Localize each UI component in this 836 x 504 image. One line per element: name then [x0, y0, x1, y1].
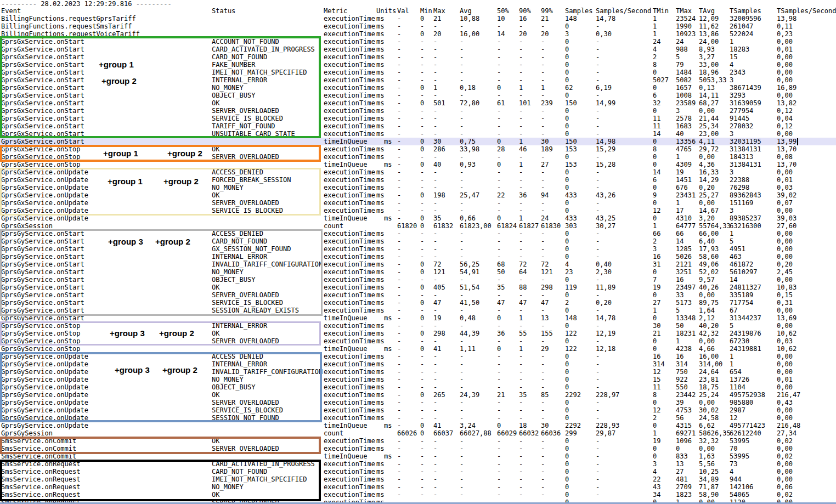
cell-p50: -	[497, 131, 501, 138]
cell-samples: 0	[565, 54, 569, 61]
cell-tmax: 5026	[676, 253, 692, 261]
cell-tsamples: 3	[730, 77, 733, 84]
cell-units: ms	[376, 392, 384, 399]
cell-units: ms	[376, 476, 384, 483]
cell-avg: -	[460, 253, 464, 261]
cell-min: -	[420, 253, 424, 261]
cell-p90: -	[519, 207, 523, 214]
cell-samples: 119	[565, 284, 577, 291]
cell-sps: 6,19	[596, 84, 612, 92]
cell-p90: -	[519, 154, 523, 161]
cell-avg: -	[460, 246, 464, 253]
cell-tsamples: 67230	[730, 338, 749, 345]
column-header-event: Event	[1, 8, 21, 15]
cell-p99: 85	[541, 392, 549, 399]
cell-units: ms	[376, 261, 384, 268]
cell-tsamples: 53995	[730, 438, 749, 445]
cell-avg: -	[460, 491, 464, 499]
cell-tavg: 16,33	[699, 169, 719, 176]
cell-p50: -	[497, 246, 501, 253]
cell-units: ms	[376, 369, 384, 376]
cell-tmax: 1285	[676, 246, 692, 253]
cell-metric: executionTime	[324, 322, 375, 330]
cell-event: GprsGxService.onUpdate	[1, 215, 88, 222]
cell-max: -	[433, 69, 437, 76]
cell-p90: -	[519, 61, 523, 69]
cell-tsamples: 1	[730, 353, 733, 360]
cell-sps: -	[596, 353, 600, 360]
cell-p50: -	[497, 54, 501, 61]
cell-metric: executionTime	[324, 115, 375, 122]
cell-sps: 14,98	[596, 138, 615, 145]
cell-tmax: 1683	[676, 123, 692, 130]
cell-tsamples: 67	[730, 307, 737, 314]
cell-tsps: 0,00	[777, 230, 793, 237]
cell-p50: 14	[497, 31, 505, 38]
cell-sps: -	[596, 253, 600, 261]
cell-units: ms	[376, 299, 384, 307]
cell-min: -	[420, 484, 424, 491]
cell-max: -	[433, 361, 437, 368]
cell-samples: 150	[565, 100, 577, 107]
cell-min: -	[420, 169, 424, 176]
cell-tsps: 0,03	[777, 184, 793, 191]
cell-tmax: 5173	[676, 299, 692, 307]
cell-max: 30	[433, 138, 441, 145]
cell-min: 0	[420, 146, 424, 153]
cell-p50: -	[497, 184, 501, 191]
cell-tavg: 6,40	[699, 238, 715, 245]
cell-p90: -	[519, 369, 523, 376]
cell-tmax: 23431	[676, 192, 696, 199]
cell-p99: -	[541, 322, 545, 330]
cell-tsps: 0,00	[777, 69, 793, 76]
cell-p99: 47	[541, 299, 549, 307]
cell-tsamples: 1	[730, 230, 733, 237]
cell-max: -	[433, 353, 437, 360]
cell-tsps: 0,00	[777, 407, 793, 414]
cell-samples: 0	[565, 369, 569, 376]
cell-p50: -	[497, 107, 501, 115]
cell-tavg: 14,29	[699, 177, 719, 184]
cell-avg: 1,11	[460, 346, 476, 353]
cell-p90: -	[519, 399, 523, 406]
cell-min: -	[420, 445, 424, 452]
cell-tavg: 0,00	[699, 399, 715, 406]
cell-tsps: 0,00	[777, 307, 793, 314]
cell-metric: count	[324, 223, 343, 230]
cell-avg: 0,66	[460, 215, 476, 222]
cell-max: -	[433, 476, 437, 483]
group-label: +group 1	[99, 60, 134, 69]
cell-sps: -	[596, 184, 600, 191]
cell-tsamples: 184313	[730, 154, 753, 161]
cell-val: -	[397, 415, 401, 422]
cell-p90: 20	[519, 31, 527, 38]
cell-tsamples: 3	[730, 169, 733, 176]
cell-max: -	[433, 61, 437, 69]
cell-p90: -	[519, 292, 523, 299]
cell-val: -	[397, 422, 401, 429]
cell-p99: -	[541, 238, 545, 245]
cell-tsps: 0,00	[777, 476, 793, 483]
cell-samples: 153	[565, 146, 577, 153]
cell-sps: -	[596, 491, 600, 499]
metrics-report-text-area[interactable]: --------- 28.02.2023 12:29:29.816 ------…	[0, 0, 836, 504]
cell-metric: executionTime	[324, 84, 375, 92]
cell-max: -	[433, 184, 437, 191]
cell-tmin: 15	[653, 376, 660, 383]
cell-p90: -	[519, 376, 523, 383]
cell-p50: -	[497, 476, 501, 483]
cell-min: -	[420, 461, 424, 468]
cell-sps: -	[596, 476, 600, 483]
cell-p90: 1	[519, 84, 523, 92]
cell-tmax: 39	[676, 399, 684, 406]
cell-tmin: 0	[653, 84, 657, 92]
cell-metric: executionTime	[324, 338, 375, 345]
cell-p90: -	[519, 184, 523, 191]
cell-samples: 0	[565, 92, 569, 99]
cell-metric: executionTime	[324, 123, 375, 130]
cell-sps: 0,20	[596, 299, 612, 307]
cell-sps: 11,89	[596, 284, 615, 291]
cell-tsps: 0,04	[777, 115, 793, 122]
column-header-max: Max	[433, 8, 445, 15]
cell-p50: 0	[497, 84, 501, 92]
